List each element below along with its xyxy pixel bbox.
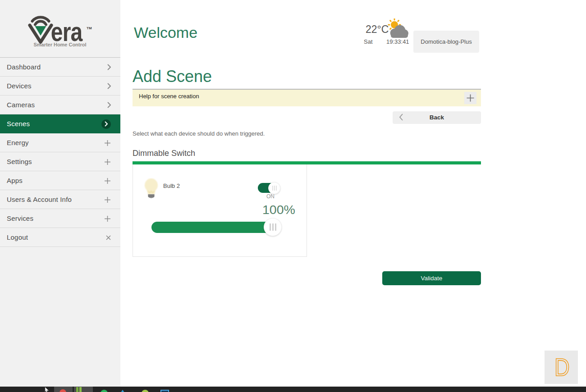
svg-text:TM: TM — [87, 26, 92, 30]
svg-text:Smarter Home Control: Smarter Home Control — [34, 42, 87, 47]
svg-text:D: D — [554, 354, 570, 381]
